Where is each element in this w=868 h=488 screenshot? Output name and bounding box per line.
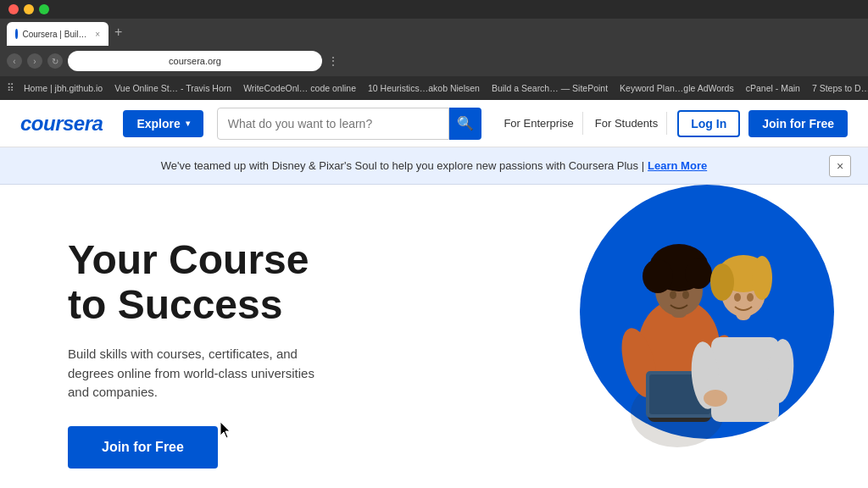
- bookmark-item[interactable]: Vue Online St… - Travis Horn: [109, 81, 236, 95]
- svg-marker-25: [220, 422, 230, 438]
- hero-title: Your Course to Success: [68, 238, 475, 328]
- bookmark-item[interactable]: cPanel - Main: [741, 81, 805, 95]
- coursera-logo[interactable]: coursera: [20, 112, 103, 136]
- forward-button[interactable]: ›: [27, 53, 42, 69]
- nav-links: For Enterprise For Students Log In Join …: [495, 110, 848, 137]
- os-minimize-dot[interactable]: [24, 4, 34, 14]
- bookmarks-bar: ⠿ Home | jbh.github.io Vue Online St… - …: [0, 76, 868, 100]
- explore-chevron-icon: ▾: [186, 119, 190, 128]
- search-icon: 🔍: [457, 115, 474, 131]
- bookmark-item[interactable]: Home | jbh.github.io: [19, 81, 108, 95]
- svg-point-20: [710, 263, 734, 301]
- bookmark-item[interactable]: Build a Search… — SitePoint: [487, 81, 613, 95]
- hero-image: [546, 185, 834, 473]
- svg-point-9: [685, 258, 712, 289]
- bookmark-item[interactable]: WriteCodeOnl… code online: [238, 81, 361, 95]
- search-input[interactable]: [217, 108, 450, 140]
- tab-close-icon[interactable]: ×: [95, 30, 100, 39]
- bookmarks-apps-icon: ⠿: [7, 82, 14, 94]
- active-tab[interactable]: Coursera | Build Skills with Online Cour…: [7, 22, 108, 46]
- hero-subtitle: Build skills with courses, certificates,…: [68, 345, 339, 402]
- tab-title: Coursera | Build Skills with Online Cour…: [22, 30, 91, 39]
- reload-button[interactable]: ↻: [47, 53, 63, 69]
- bookmark-item[interactable]: 7 Steps to D… | Codementor: [807, 81, 868, 95]
- svg-point-10: [670, 291, 676, 299]
- close-announcement-button[interactable]: ×: [829, 155, 851, 177]
- svg-point-11: [682, 291, 689, 299]
- mouse-cursor: [220, 422, 231, 437]
- url-input[interactable]: coursera.org: [68, 51, 322, 71]
- bookmark-item[interactable]: 10 Heuristics…akob Nielsen: [363, 81, 485, 95]
- browser-tab-bar: Coursera | Build Skills with Online Cour…: [0, 19, 868, 46]
- os-title-bar: [0, 0, 868, 19]
- search-bar: 🔍: [217, 108, 482, 140]
- search-button[interactable]: 🔍: [449, 108, 481, 140]
- announcement-bar: We've teamed up with Disney & Pixar's So…: [0, 147, 868, 185]
- explore-button[interactable]: Explore ▾: [123, 110, 203, 137]
- svg-point-24: [704, 390, 727, 407]
- login-button[interactable]: Log In: [677, 110, 740, 137]
- svg-point-23: [747, 293, 754, 302]
- svg-point-22: [734, 293, 741, 302]
- bookmark-item[interactable]: Keyword Plan…gle AdWords: [615, 81, 739, 95]
- svg-point-8: [643, 259, 673, 293]
- new-tab-button[interactable]: +: [110, 25, 126, 40]
- learn-more-link[interactable]: Learn More: [648, 159, 707, 172]
- extensions-icon[interactable]: ⋮: [327, 54, 339, 68]
- join-free-button-hero[interactable]: Join for Free: [68, 426, 218, 469]
- os-maximize-dot[interactable]: [39, 4, 49, 14]
- close-icon: ×: [837, 159, 843, 173]
- site-navbar: coursera Explore ▾ 🔍 For Enterprise For …: [0, 100, 868, 147]
- back-button[interactable]: ‹: [7, 53, 22, 69]
- os-close-dot[interactable]: [8, 4, 19, 14]
- join-free-button-nav[interactable]: Join for Free: [748, 110, 848, 137]
- hero-people-illustration: [546, 185, 843, 456]
- svg-point-21: [752, 256, 772, 300]
- hero-content: Your Course to Success Build skills with…: [68, 238, 475, 468]
- for-enterprise-link[interactable]: For Enterprise: [495, 112, 582, 135]
- for-students-link[interactable]: For Students: [587, 112, 667, 135]
- announcement-text: We've teamed up with Disney & Pixar's So…: [161, 159, 644, 172]
- hero-section: Your Course to Success Build skills with…: [0, 185, 868, 488]
- browser-address-bar: ‹ › ↻ coursera.org ⋮: [0, 46, 868, 76]
- browser-toolbar-icons: ⋮: [327, 54, 339, 68]
- tab-favicon: [15, 29, 18, 39]
